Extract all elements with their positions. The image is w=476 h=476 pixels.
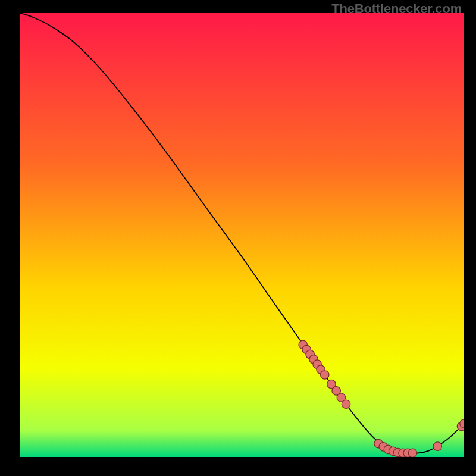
data-marker bbox=[342, 400, 350, 408]
data-marker bbox=[321, 371, 329, 379]
data-marker bbox=[433, 442, 441, 450]
gradient-background bbox=[20, 13, 464, 457]
plot-area bbox=[20, 13, 464, 457]
chart-container bbox=[20, 13, 464, 457]
data-marker bbox=[408, 449, 416, 457]
credit-label: TheBottlenecker.com bbox=[331, 1, 462, 17]
